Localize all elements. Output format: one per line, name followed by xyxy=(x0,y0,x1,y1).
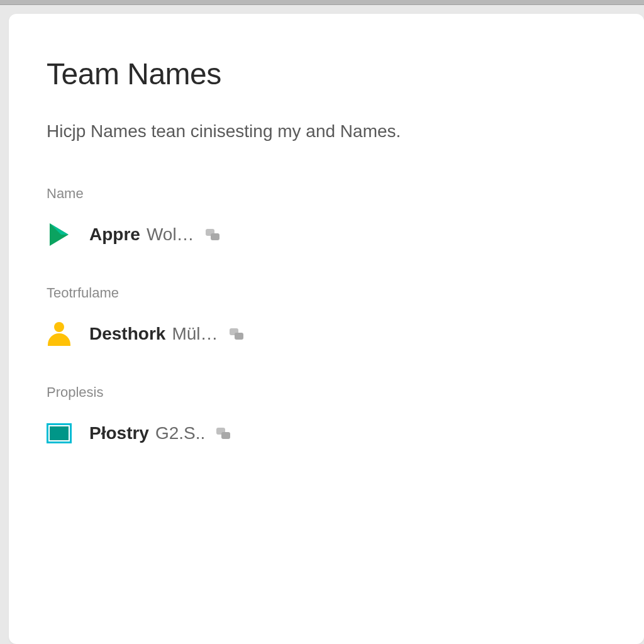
section-name: Name Appre Wol… xyxy=(47,186,606,247)
list-item[interactable]: Desthork Mül… xyxy=(47,321,606,347)
section-teotrfulame: Teotrfulame Desthork Mül… xyxy=(47,285,606,347)
entry-name-bold: Desthork xyxy=(89,324,165,344)
chat-icon[interactable] xyxy=(206,229,219,240)
page-title: Team Names xyxy=(47,57,606,91)
section-label-name: Name xyxy=(47,186,606,202)
section-label-proplesis: Proplesis xyxy=(47,384,606,401)
window-top-bar xyxy=(0,0,644,5)
subtitle-text: Hicjp Names tean cinisesting my and Name… xyxy=(47,121,606,142)
chat-icon[interactable] xyxy=(230,328,243,340)
entry-name-light: G2.S.. xyxy=(155,423,205,443)
list-item[interactable]: Appre Wol… xyxy=(47,222,606,247)
entry-text: Desthork Mül… xyxy=(89,324,243,344)
entry-name-light: Wol… xyxy=(147,225,194,245)
list-item[interactable]: Płostry G2.S.. xyxy=(47,421,606,446)
entry-name-bold: Appre xyxy=(89,225,140,245)
main-card: Team Names Hicjp Names tean cinisesting … xyxy=(9,14,644,644)
square-icon xyxy=(47,421,72,446)
entry-text: Płostry G2.S.. xyxy=(89,423,230,443)
chat-icon[interactable] xyxy=(216,428,230,439)
entry-name-light: Mül… xyxy=(172,324,218,344)
section-proplesis: Proplesis Płostry G2.S.. xyxy=(47,384,606,446)
person-icon xyxy=(47,321,72,347)
entry-name-bold: Płostry xyxy=(89,423,149,443)
play-icon xyxy=(47,222,72,247)
window-container: Team Names Hicjp Names tean cinisesting … xyxy=(0,5,644,644)
section-label-teotrfulame: Teotrfulame xyxy=(47,285,606,301)
entry-text: Appre Wol… xyxy=(89,225,219,245)
